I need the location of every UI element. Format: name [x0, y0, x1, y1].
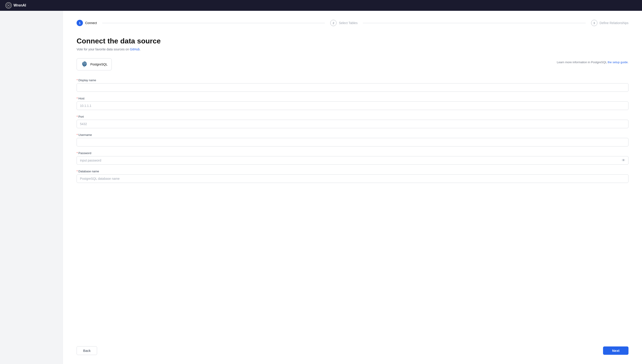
required-star: *: [77, 97, 78, 100]
footer-buttons: Back Next: [77, 339, 628, 355]
required-star: *: [77, 115, 78, 118]
step-3-circle: 3: [591, 20, 597, 26]
step-3: 3 Define Relationships: [591, 20, 628, 26]
form-group-database-name: * Database name: [77, 170, 628, 183]
input-username[interactable]: [77, 138, 628, 146]
eye-icon[interactable]: 👁: [622, 158, 625, 162]
postgresql-icon: [81, 61, 88, 68]
form-group-username: * Username: [77, 133, 628, 146]
db-selector[interactable]: PostgreSQL: [77, 58, 112, 70]
label-database-name: * Database name: [77, 170, 628, 173]
required-star: *: [77, 78, 78, 82]
label-port: * Port: [77, 115, 628, 118]
step-3-label: Define Relationships: [600, 21, 628, 25]
setup-guide-link[interactable]: the setup guide: [607, 60, 627, 64]
input-password[interactable]: [77, 156, 628, 165]
top-nav: WrenAI: [0, 0, 642, 11]
label-password: * Password: [77, 152, 628, 155]
step-connector-1: [102, 23, 325, 23]
password-wrapper: 👁: [77, 156, 628, 165]
input-port[interactable]: [77, 120, 628, 128]
subtitle-prefix: Vote for your favorite data sources on: [77, 48, 130, 51]
next-button[interactable]: Next: [603, 346, 628, 355]
input-database-name[interactable]: [77, 174, 628, 183]
step-1-label: Connect: [85, 21, 97, 25]
app-name: WrenAI: [14, 3, 26, 8]
page-subtitle: Vote for your favorite data sources on G…: [77, 48, 628, 51]
stepper: 1 Connect 2 Select Tables 3 Define Relat…: [77, 20, 628, 26]
form-group-password: * Password👁: [77, 152, 628, 165]
svg-point-6: [85, 63, 85, 64]
page-title: Connect the data source: [77, 37, 628, 45]
sidebar: [0, 11, 63, 364]
back-button[interactable]: Back: [77, 346, 97, 355]
logo-icon: [6, 2, 12, 8]
step-1-circle: 1: [77, 20, 83, 26]
step-2-circle: 2: [330, 20, 337, 26]
input-display-name[interactable]: [77, 83, 628, 92]
step-2-label: Select Tables: [339, 21, 357, 25]
step-2: 2 Select Tables: [330, 20, 357, 26]
required-star: *: [77, 133, 78, 136]
logo-area: WrenAI: [6, 2, 26, 8]
form-group-port: * Port: [77, 115, 628, 128]
label-username: * Username: [77, 133, 628, 136]
db-header-row: PostgreSQL Learn more information in Pos…: [77, 58, 628, 72]
page-layout: 1 Connect 2 Select Tables 3 Define Relat…: [0, 11, 642, 364]
main-content: 1 Connect 2 Select Tables 3 Define Relat…: [63, 11, 642, 364]
github-link[interactable]: GitHub: [130, 48, 140, 51]
subtitle-suffix: .: [140, 48, 141, 51]
required-star: *: [77, 170, 78, 173]
form-group-display-name: * Display name: [77, 78, 628, 92]
setup-guide-text: Learn more information in PostgreSQL the…: [557, 60, 628, 64]
required-star: *: [77, 152, 78, 155]
label-display-name: * Display name: [77, 78, 628, 82]
db-name: PostgreSQL: [90, 62, 107, 66]
input-host[interactable]: [77, 102, 628, 110]
step-connector-2: [363, 23, 585, 23]
step-1: 1 Connect: [77, 20, 97, 26]
svg-point-5: [84, 63, 84, 64]
label-host: * Host: [77, 97, 628, 100]
form-group-host: * Host: [77, 97, 628, 110]
form-section: * Display name* Host* Port* Username* Pa…: [77, 78, 628, 339]
